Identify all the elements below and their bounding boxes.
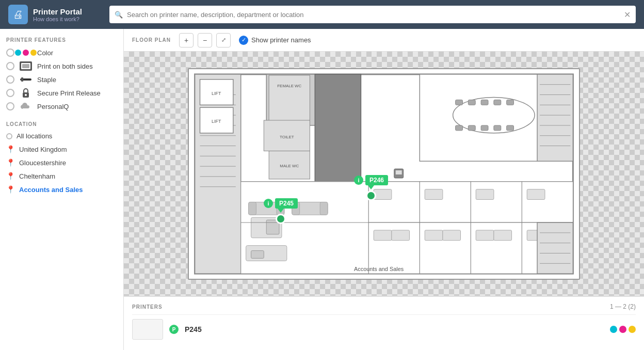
svg-text:LIFT: LIFT <box>212 118 221 123</box>
show-names-toggle[interactable]: ✓ Show printer names <box>239 36 311 45</box>
svg-rect-78 <box>425 230 443 240</box>
staple-checkbox[interactable] <box>6 75 14 84</box>
personalq-checkbox[interactable] <box>6 102 14 110</box>
staple-label: Staple <box>37 76 56 84</box>
svg-rect-4 <box>21 77 23 82</box>
p245-label: P245 <box>275 198 298 209</box>
svg-point-6 <box>25 94 27 96</box>
svg-rect-58 <box>249 202 256 215</box>
svg-text:LIFT: LIFT <box>212 90 221 96</box>
location-uk[interactable]: 📍 United Kingdom <box>6 145 117 153</box>
show-names-label: Show printer names <box>251 36 311 44</box>
feature-duplex[interactable]: Print on both sides <box>6 61 117 71</box>
app-header: 🖨 Printer Portal How does it work? 🔍 ✕ <box>0 0 644 29</box>
search-bar[interactable]: 🔍 ✕ <box>109 6 636 23</box>
close-icon[interactable]: ✕ <box>624 10 631 20</box>
floorplan-header: FLOOR PLAN + − ⤢ ✓ Show printer names <box>124 29 644 52</box>
svg-rect-43 <box>537 74 573 161</box>
floorplan-title: FLOOR PLAN <box>132 37 171 43</box>
svg-rect-38 <box>456 125 463 130</box>
logo-text: Printer Portal How does it work? <box>33 7 82 22</box>
printer-marker-p245[interactable]: i P245 <box>264 198 298 224</box>
features-title: PRINTER FEATURES <box>6 37 117 43</box>
location-accounts[interactable]: 📍 Accounts and Sales <box>6 185 117 194</box>
feature-personalq[interactable]: PersonalQ <box>6 102 117 111</box>
printer-color-dots <box>610 326 636 333</box>
svg-rect-91 <box>396 170 402 174</box>
app-subtitle: How does it work? <box>33 16 82 22</box>
svg-rect-2 <box>22 64 29 68</box>
main-layout: PRINTER FEATURES Color <box>0 29 644 350</box>
zoom-out-button[interactable]: − <box>198 33 212 47</box>
all-locations-dot <box>6 133 12 139</box>
app-logo: 🖨 Printer Portal How does it work? <box>8 5 101 24</box>
search-input[interactable] <box>127 11 620 19</box>
show-names-check: ✓ <box>239 36 248 45</box>
fit-button[interactable]: ⤢ <box>216 33 231 47</box>
printer-marker-p246[interactable]: i P246 <box>354 175 388 201</box>
lock-icon <box>19 88 33 98</box>
cheltenham-pin-icon: 📍 <box>6 172 15 180</box>
duplex-label: Print on both sides <box>37 62 93 70</box>
svg-rect-40 <box>481 125 488 130</box>
secure-label: Secure Print Release <box>37 89 101 97</box>
duplex-icon <box>19 61 33 71</box>
dot-cyan <box>15 50 21 56</box>
floorplan-canvas[interactable]: LIFT LIFT FEMALE WC TOILET MALE WC <box>124 52 644 296</box>
printers-header: PRINTERS 1 — 2 (2) <box>132 303 636 310</box>
svg-rect-69 <box>476 189 494 199</box>
gloucestershire-pin-icon: 📍 <box>6 158 15 167</box>
svg-rect-37 <box>507 100 514 105</box>
svg-rect-64 <box>420 181 471 222</box>
svg-rect-81 <box>494 230 512 240</box>
feature-secure[interactable]: Secure Print Release <box>6 88 117 98</box>
all-locations-label: All locations <box>17 132 52 140</box>
printer-row-p245[interactable]: P P245 <box>132 314 636 344</box>
svg-rect-80 <box>476 230 494 240</box>
printer-name: P245 <box>185 325 604 333</box>
duplex-checkbox[interactable] <box>6 62 14 70</box>
color-icon <box>19 48 33 57</box>
logo-icon: 🖨 <box>8 5 28 24</box>
search-icon: 🔍 <box>115 11 123 19</box>
location-gloucestershire[interactable]: 📍 Gloucestershire <box>6 158 117 167</box>
svg-text:Accounts and Sales: Accounts and Sales <box>354 266 404 272</box>
uk-label: United Kingdom <box>19 146 67 153</box>
feature-staple[interactable]: Staple <box>6 75 117 84</box>
content-area: FLOOR PLAN + − ⤢ ✓ Show printer names <box>124 29 644 350</box>
p246-info-icon: i <box>354 176 363 185</box>
svg-rect-70 <box>527 189 545 199</box>
svg-rect-68 <box>425 189 443 199</box>
printers-section: PRINTERS 1 — 2 (2) P P245 <box>124 296 644 350</box>
color-label: Color <box>37 49 53 57</box>
printer-cyan-dot <box>610 326 617 333</box>
gloucestershire-label: Gloucestershire <box>19 159 66 167</box>
floorplan-controls: + − ⤢ <box>179 33 231 47</box>
secure-checkbox[interactable] <box>6 89 14 97</box>
svg-rect-76 <box>374 230 392 240</box>
svg-text:MALE WC: MALE WC <box>280 164 299 168</box>
location-all[interactable]: All locations <box>6 132 117 140</box>
location-title: LOCATION <box>6 121 117 127</box>
sidebar: PRINTER FEATURES Color <box>0 29 124 350</box>
staple-icon <box>19 75 33 84</box>
svg-rect-41 <box>494 125 501 130</box>
printers-count: 1 — 2 (2) <box>610 303 636 310</box>
zoom-in-button[interactable]: + <box>179 33 194 47</box>
svg-rect-62 <box>320 202 328 215</box>
svg-rect-77 <box>392 230 410 240</box>
svg-rect-42 <box>507 125 514 130</box>
location-cheltenham[interactable]: 📍 Cheltenham <box>6 172 117 180</box>
svg-rect-34 <box>468 100 475 105</box>
dot-yellow <box>30 50 37 56</box>
feature-color[interactable]: Color <box>6 48 117 57</box>
printer-yellow-dot <box>629 326 636 333</box>
svg-rect-65 <box>471 181 522 222</box>
cloud-icon <box>19 102 33 111</box>
personalq-label: PersonalQ <box>37 103 69 110</box>
p246-dot <box>366 190 376 201</box>
svg-rect-30 <box>315 74 361 184</box>
p246-tail <box>368 185 374 189</box>
color-checkbox[interactable] <box>6 49 14 57</box>
printer-status-dot: P <box>169 325 179 334</box>
